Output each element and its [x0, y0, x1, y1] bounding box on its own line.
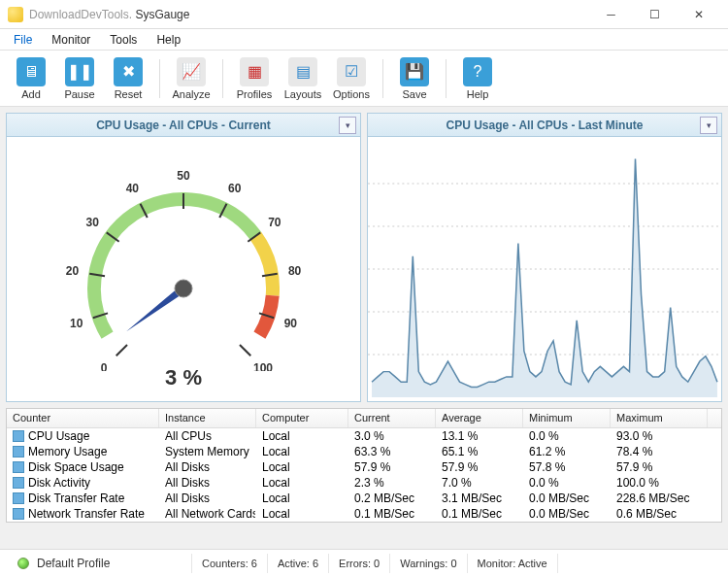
grid-cell: Memory Usage	[7, 445, 159, 458]
reset-button[interactable]: ✖Reset	[107, 54, 149, 103]
svg-text:100: 100	[253, 361, 273, 371]
grid-cell: 3.0 %	[348, 429, 436, 443]
grid-cell: All Disks	[159, 491, 256, 505]
grid-cell: 57.9 %	[611, 460, 708, 474]
monitor-add-icon: 🖥	[17, 57, 46, 86]
grid-header-cell[interactable]: Current	[348, 409, 436, 427]
svg-text:0: 0	[101, 361, 108, 371]
grid-cell: 0.1 MB/Sec	[436, 507, 523, 521]
gauge-panel: CPU Usage - All CPUs - Current ▾ 0102030…	[6, 113, 361, 402]
grid-header-cell[interactable]: Average	[436, 409, 523, 427]
menu-tools[interactable]: Tools	[100, 30, 147, 50]
grid-cell: Local	[256, 429, 348, 443]
grid-header-cell[interactable]: Maximum	[611, 409, 708, 427]
grid-cell: 57.9 %	[348, 460, 436, 474]
svg-line-20	[240, 345, 250, 356]
grid-cell: 0.0 %	[523, 429, 611, 443]
options-icon: ☑	[337, 57, 366, 86]
menu-file[interactable]: File	[4, 30, 42, 50]
grid-cell: All Disks	[159, 460, 256, 474]
profiles-icon: ▦	[240, 57, 269, 86]
grid-cell: Local	[256, 445, 348, 458]
grid-header-cell[interactable]: Computer	[256, 409, 348, 427]
grid-cell: Local	[256, 491, 348, 505]
analyze-icon: 📈	[177, 57, 206, 86]
menu-monitor[interactable]: Monitor	[42, 30, 100, 50]
status-active: Active: 6	[268, 554, 329, 573]
save-button[interactable]: 💾Save	[393, 54, 436, 103]
svg-text:90: 90	[284, 317, 298, 330]
grid-cell: 13.1 %	[436, 429, 523, 443]
grid-header-cell[interactable]: Instance	[159, 409, 256, 427]
options-button[interactable]: ☑Options	[330, 54, 373, 103]
grid-cell: Network Transfer Rate	[7, 507, 159, 521]
grid-cell: 100.0 %	[611, 476, 708, 490]
grid-cell: 0.0 MB/Sec	[523, 491, 611, 505]
help-button[interactable]: ?Help	[456, 54, 499, 103]
status-monitor: Monitor: Active	[468, 554, 558, 573]
table-row[interactable]: Network Transfer RateAll Network CardsLo…	[7, 506, 721, 522]
table-row[interactable]: Disk ActivityAll DisksLocal2.3 %7.0 %0.0…	[7, 475, 721, 491]
grid-cell: All Network Cards	[159, 507, 256, 521]
gauge-panel-menu[interactable]: ▾	[339, 117, 356, 134]
svg-text:80: 80	[288, 264, 302, 278]
grid-header-cell[interactable]: Counter	[7, 409, 159, 427]
table-row[interactable]: Disk Transfer RateAll DisksLocal0.2 MB/S…	[7, 491, 721, 506]
pause-icon: ❚❚	[65, 57, 94, 86]
titlebar: DownloadDevTools. SysGauge ─ ☐ ✕	[0, 0, 728, 29]
svg-text:10: 10	[70, 317, 83, 330]
minimize-button[interactable]: ─	[589, 1, 633, 28]
close-button[interactable]: ✕	[677, 1, 720, 28]
svg-text:50: 50	[177, 169, 190, 183]
toolbar: 🖥Add ❚❚Pause ✖Reset 📈Analyze ▦Profiles ▤…	[0, 51, 728, 107]
svg-text:40: 40	[126, 182, 140, 195]
pause-button[interactable]: ❚❚Pause	[58, 54, 101, 103]
app-icon	[8, 7, 23, 22]
grid-cell: 0.2 MB/Sec	[348, 491, 436, 505]
counter-icon	[13, 492, 24, 504]
table-row[interactable]: Disk Space UsageAll DisksLocal57.9 %57.9…	[7, 459, 721, 475]
grid-cell: Disk Activity	[7, 476, 159, 490]
chart-panel: CPU Usage - All CPUs - Last Minute ▾	[367, 113, 722, 402]
table-row[interactable]: Memory UsageSystem MemoryLocal63.3 %65.1…	[7, 444, 721, 459]
gauge-panel-title: CPU Usage - All CPUs - Current	[96, 119, 271, 132]
status-counters: Counters: 6	[192, 554, 268, 573]
grid-cell: All Disks	[159, 476, 256, 490]
chart-panel-menu[interactable]: ▾	[700, 117, 717, 134]
grid-cell: 2.3 %	[348, 476, 436, 490]
grid-cell: 57.8 %	[523, 460, 611, 474]
add-button[interactable]: 🖥Add	[10, 54, 52, 103]
grid-header: CounterInstanceComputerCurrentAverageMin…	[7, 409, 721, 428]
grid-cell: 228.6 MB/Sec	[611, 491, 708, 505]
reset-icon: ✖	[114, 57, 143, 86]
chart-panel-title: CPU Usage - All CPUs - Last Minute	[447, 119, 644, 132]
analyze-button[interactable]: 📈Analyze	[170, 54, 213, 103]
layouts-button[interactable]: ▤Layouts	[281, 54, 324, 103]
counter-icon	[13, 508, 24, 520]
title-text: DownloadDevTools. SysGauge	[29, 8, 189, 21]
grid-cell: System Memory	[159, 445, 256, 458]
svg-text:60: 60	[228, 182, 242, 195]
grid-header-cell[interactable]: Minimum	[523, 409, 611, 427]
gauge-chart: 0102030405060708090100	[28, 148, 339, 371]
grid-cell: 57.9 %	[436, 460, 523, 474]
grid-cell: 0.0 %	[523, 476, 611, 490]
grid-cell: 3.1 MB/Sec	[436, 491, 523, 505]
grid-cell: 0.1 MB/Sec	[348, 507, 436, 521]
layouts-icon: ▤	[288, 57, 317, 86]
grid-cell: Local	[256, 507, 348, 521]
status-led-icon	[17, 558, 29, 569]
main-panels: CPU Usage - All CPUs - Current ▾ 0102030…	[0, 107, 728, 408]
grid-cell: 78.4 %	[611, 445, 708, 458]
svg-text:20: 20	[66, 264, 80, 278]
grid-cell: 93.0 %	[611, 429, 708, 443]
maximize-button[interactable]: ☐	[633, 1, 677, 28]
table-row[interactable]: CPU UsageAll CPUsLocal3.0 %13.1 %0.0 %93…	[7, 428, 721, 444]
menu-help[interactable]: Help	[147, 30, 190, 50]
profiles-button[interactable]: ▦Profiles	[233, 54, 276, 103]
grid-cell: 61.2 %	[523, 445, 611, 458]
svg-point-23	[175, 280, 192, 297]
grid-cell: Local	[256, 460, 348, 474]
counter-icon	[13, 461, 24, 473]
grid-cell: All CPUs	[159, 429, 256, 443]
